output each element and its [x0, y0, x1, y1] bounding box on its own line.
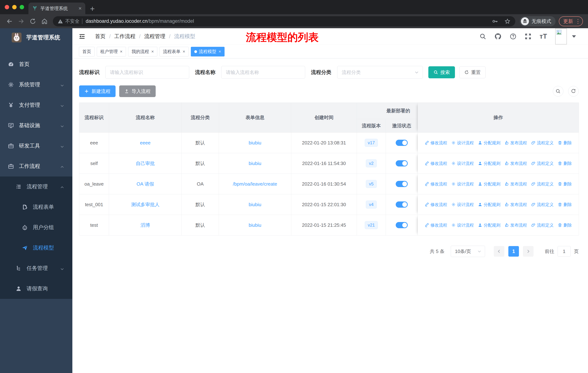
tag-close-icon[interactable]: × — [120, 49, 123, 54]
home-icon[interactable] — [41, 18, 48, 25]
version-badge[interactable]: v21 — [365, 221, 378, 229]
create-process-button[interactable]: 新建流程 — [79, 85, 116, 97]
tag-流程表单[interactable]: 流程表单× — [159, 47, 189, 56]
sidebar-item-流程管理[interactable]: 流程管理 — [0, 176, 72, 197]
version-badge[interactable]: v4 — [366, 201, 377, 209]
sidebar-item-工作流程[interactable]: 工作流程 — [0, 156, 72, 176]
browser-menu-icon[interactable]: ⋮ — [575, 18, 581, 24]
sidebar-fold-icon[interactable] — [79, 33, 85, 40]
import-process-button[interactable]: 导入流程 — [119, 85, 156, 97]
form-info-link[interactable]: biubiu — [249, 222, 261, 228]
reset-button[interactable]: 重置 — [459, 66, 486, 78]
page-size-select[interactable]: 10条/页 — [451, 246, 485, 257]
action-assign-link[interactable]: 分配规则 — [478, 140, 501, 146]
close-window-button[interactable] — [5, 5, 9, 9]
action-definition-link[interactable]: 流程定义 — [531, 161, 554, 166]
action-del-link[interactable]: 删除 — [558, 202, 572, 207]
process-name-link[interactable]: 测试多审批人 — [131, 202, 159, 208]
action-assign-link[interactable]: 分配规则 — [478, 161, 501, 166]
action-del-link[interactable]: 删除 — [558, 140, 572, 146]
action-publish-link[interactable]: 发布流程 — [504, 222, 527, 228]
back-icon[interactable] — [6, 18, 13, 25]
process-category-select[interactable]: 流程分类 — [337, 66, 423, 79]
breadcrumb-process-manage[interactable]: 流程管理 — [144, 33, 165, 40]
process-name-link[interactable]: 自己审批 — [136, 160, 155, 167]
breadcrumb-home[interactable]: 首页 — [95, 33, 105, 40]
action-publish-link[interactable]: 发布流程 — [504, 202, 527, 207]
action-publish-link[interactable]: 发布流程 — [504, 140, 527, 146]
new-tab-button[interactable]: + — [90, 5, 95, 13]
action-assign-link[interactable]: 分配规则 — [478, 202, 501, 207]
maximize-window-button[interactable] — [20, 5, 24, 9]
sidebar-item-首页[interactable]: 首页 — [0, 54, 72, 74]
action-design-link[interactable]: 设计流程 — [451, 161, 474, 166]
tag-close-icon[interactable]: × — [151, 49, 154, 54]
avatar-dropdown-caret-icon[interactable] — [572, 35, 576, 38]
process-name-link[interactable]: 滔博 — [141, 222, 150, 228]
version-badge[interactable]: v17 — [365, 139, 378, 147]
security-warning-icon[interactable] — [58, 19, 63, 24]
breadcrumb-workflow[interactable]: 工作流程 — [114, 33, 136, 40]
form-info-link[interactable]: biubiu — [249, 140, 261, 146]
active-toggle-on[interactable] — [396, 160, 408, 166]
action-definition-link[interactable]: 流程定义 — [531, 202, 554, 207]
goto-page-input[interactable] — [557, 246, 571, 257]
action-del-link[interactable]: 删除 — [558, 222, 572, 228]
sidebar-item-流程表单[interactable]: 流程表单 — [0, 197, 72, 217]
toggle-search-button[interactable] — [553, 86, 563, 97]
action-del-link[interactable]: 删除 — [558, 181, 572, 187]
sidebar-item-用户分组[interactable]: 用户分组 — [0, 217, 72, 238]
sidebar-item-流程模型[interactable]: 流程模型 — [0, 238, 72, 258]
action-del-link[interactable]: 删除 — [558, 161, 572, 166]
bookmark-star-icon[interactable] — [504, 18, 511, 24]
sidebar-item-请假查询[interactable]: 请假查询 — [0, 279, 72, 299]
browser-tab[interactable]: 芋道管理系统 × — [28, 2, 85, 14]
process-name-link[interactable]: eeee — [140, 140, 151, 146]
help-icon[interactable] — [510, 33, 516, 40]
action-definition-link[interactable]: 流程定义 — [531, 140, 554, 146]
sidebar-item-基础设施[interactable]: 基础设施 — [0, 115, 72, 136]
refresh-table-button[interactable] — [568, 86, 579, 97]
process-key-input[interactable] — [105, 66, 189, 79]
sidebar-item-研发工具[interactable]: 研发工具 — [0, 136, 72, 156]
process-name-link[interactable]: OA 请假 — [136, 181, 154, 187]
forward-icon[interactable] — [18, 18, 25, 25]
sidebar-item-支付管理[interactable]: 支付管理 — [0, 95, 72, 115]
browser-update-button[interactable]: 更新 ⋮ — [559, 16, 583, 26]
action-design-link[interactable]: 设计流程 — [451, 222, 474, 228]
action-edit-link[interactable]: 修改流程 — [425, 222, 447, 228]
font-size-icon[interactable]: тT — [539, 33, 547, 40]
process-name-input[interactable] — [221, 66, 305, 79]
password-key-icon[interactable] — [492, 18, 498, 24]
url-bar[interactable]: 不安全 dashboard.yudao.iocoder.cn /bpm/mana… — [53, 16, 515, 26]
next-page-button[interactable] — [523, 246, 534, 257]
action-edit-link[interactable]: 修改流程 — [425, 161, 447, 166]
tag-我的流程[interactable]: 我的流程× — [128, 47, 157, 56]
tag-首页[interactable]: 首页 — [79, 47, 94, 56]
form-info-link[interactable]: /bpm/oa/leave/create — [233, 181, 277, 187]
active-toggle-on[interactable] — [396, 202, 408, 208]
tab-close-icon[interactable]: × — [78, 6, 82, 11]
version-badge[interactable]: v2 — [366, 159, 377, 167]
search-button[interactable]: 搜索 — [428, 66, 455, 78]
tag-租户管理[interactable]: 租户管理× — [97, 47, 126, 56]
action-edit-link[interactable]: 修改流程 — [425, 181, 447, 187]
github-icon[interactable] — [494, 33, 502, 40]
page-number-1[interactable]: 1 — [508, 246, 519, 257]
action-definition-link[interactable]: 流程定义 — [531, 222, 554, 228]
header-search-icon[interactable] — [479, 33, 486, 40]
fullscreen-icon[interactable] — [525, 33, 532, 40]
action-edit-link[interactable]: 修改流程 — [425, 202, 447, 207]
active-toggle-on[interactable] — [396, 140, 408, 146]
tag-流程模型[interactable]: 流程模型× — [191, 47, 225, 56]
action-definition-link[interactable]: 流程定义 — [531, 181, 554, 187]
action-assign-link[interactable]: 分配规则 — [478, 222, 501, 228]
action-edit-link[interactable]: 修改流程 — [425, 140, 447, 146]
form-info-link[interactable]: biubiu — [249, 161, 261, 166]
form-info-link[interactable]: biubiu — [249, 202, 261, 207]
tag-close-icon[interactable]: × — [183, 49, 185, 54]
tag-close-icon[interactable]: × — [219, 49, 221, 54]
user-avatar-broken-image[interactable] — [555, 28, 567, 44]
active-toggle-on[interactable] — [396, 181, 408, 187]
sidebar-item-系统管理[interactable]: 系统管理 — [0, 74, 72, 95]
